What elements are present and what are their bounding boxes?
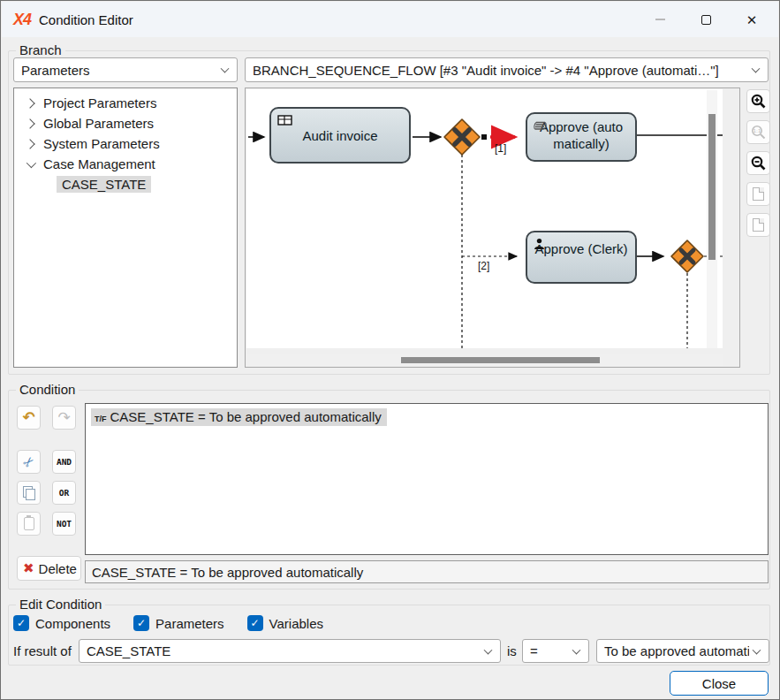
branch-flow-value: BRANCH_SEQUENCE_FLOW [#3 "Audit invoice"… [253, 63, 719, 78]
cut-button[interactable]: ✂ [17, 450, 41, 474]
operator-select[interactable]: = [522, 639, 589, 663]
chevron-down-icon [572, 645, 581, 654]
task-approve-automatically[interactable]: Approve (automatically) [526, 112, 637, 162]
delete-icon: ✖ [23, 560, 34, 576]
tree-item-project-parameters[interactable]: Project Parameters [14, 93, 237, 113]
chevron-down-icon [752, 65, 761, 73]
branch-group-label: Branch [16, 42, 65, 57]
diagram-vertical-scrollbar[interactable] [707, 90, 717, 348]
condition-expression-row[interactable]: T/FCASE_STATE = To be approved automatic… [91, 408, 387, 426]
checkbox-parameters[interactable]: ✓ Parameters [133, 615, 224, 631]
branch-type-select[interactable]: Parameters [13, 57, 238, 82]
fit-to-width-button[interactable] [746, 213, 770, 237]
window-title: Condition Editor [39, 12, 133, 27]
zoom-1-1-icon: 1:1 [751, 125, 766, 140]
chevron-right-icon [25, 139, 34, 148]
tree-item-global-parameters[interactable]: Global Parameters [14, 113, 237, 133]
value-select-text: To be approved automati [604, 643, 749, 658]
chevron-down-icon [221, 65, 230, 73]
delete-button[interactable]: ✖ Delete [17, 556, 81, 581]
close-button[interactable]: Close [670, 671, 769, 696]
gateway-xor-1 [444, 119, 480, 155]
tree-item-label: Global Parameters [43, 116, 154, 131]
or-button[interactable]: OR [52, 481, 76, 505]
diagram-horizontal-scrollbar[interactable] [246, 354, 723, 366]
checkbox-label: Variables [269, 616, 323, 631]
x4-logo-icon: X4 [13, 11, 31, 29]
tree-item-system-parameters[interactable]: System Parameters [14, 133, 237, 154]
condition-preview-field: CASE_STATE = To be approved automaticall… [85, 560, 769, 583]
operand-value: CASE_STATE [87, 643, 170, 658]
branch-flow-select[interactable]: BRANCH_SEQUENCE_FLOW [#3 "Audit invoice"… [245, 57, 769, 82]
titlebar: X4 Condition Editor ✕ [2, 2, 778, 37]
fit-to-page-button[interactable] [746, 182, 770, 206]
tree-item-case-state[interactable]: CASE_STATE [14, 174, 237, 194]
chevron-right-icon [25, 118, 34, 128]
checkbox-variables[interactable]: ✓ Variables [247, 615, 323, 631]
close-window-button[interactable]: ✕ [729, 2, 775, 37]
maximize-icon [701, 15, 711, 25]
undo-icon: ↶ [22, 410, 34, 425]
zoom-out-button[interactable] [746, 151, 770, 175]
is-label: is [507, 643, 517, 658]
task-label: Approve (automatically) [537, 114, 625, 152]
task-audit-invoice[interactable]: Audit invoice [269, 107, 411, 164]
page-icon [753, 187, 764, 201]
zoom-in-button[interactable] [746, 89, 770, 113]
edge-label-1: [1] [495, 142, 506, 155]
close-icon: ✕ [746, 13, 758, 27]
tree-item-label: Project Parameters [43, 95, 156, 110]
or-label: OR [59, 488, 69, 498]
value-select[interactable]: To be approved automati [596, 639, 769, 663]
redo-icon: ↷ [57, 410, 70, 425]
paste-icon [24, 517, 34, 530]
parameter-tree: Project Parameters Global Parameters Sys… [13, 88, 238, 368]
copy-button[interactable] [17, 481, 41, 505]
zoom-out-icon [751, 156, 766, 171]
tree-item-label: System Parameters [43, 136, 160, 151]
not-button[interactable]: NOT [52, 512, 76, 536]
checkbox-label: Parameters [155, 616, 224, 631]
tree-item-label: Case Management [43, 156, 155, 171]
edit-condition-group-label: Edit Condition [16, 597, 105, 612]
and-button[interactable]: AND [52, 450, 76, 474]
checkbox-label: Components [35, 616, 110, 631]
edge-label-2: [2] [478, 260, 489, 272]
gateway-xor-2 [671, 240, 703, 272]
operator-value: = [530, 643, 538, 658]
checkbox-checked-icon: ✓ [247, 615, 263, 631]
delete-label: Delete [39, 561, 77, 576]
page-icon [753, 218, 764, 232]
scrollbar-thumb[interactable] [401, 357, 600, 363]
script-icon [534, 118, 547, 133]
process-diagram-panel: Audit invoice Approve (automatically) Ap… [245, 88, 740, 368]
paste-button[interactable] [17, 512, 41, 536]
zoom-in-icon [751, 94, 766, 109]
if-result-of-label: If result of [13, 643, 72, 658]
operand-select[interactable]: CASE_STATE [79, 639, 501, 663]
condition-preview-text: CASE_STATE = To be approved automaticall… [92, 565, 363, 580]
checkbox-checked-icon: ✓ [133, 615, 149, 631]
checkbox-checked-icon: ✓ [13, 615, 29, 631]
condition-editor-window: X4 Condition Editor ✕ Branch Parameters … [0, 0, 780, 700]
checkbox-components[interactable]: ✓ Components [13, 615, 110, 631]
redo-button[interactable]: ↷ [52, 406, 76, 430]
person-icon [534, 237, 545, 252]
scrollbar-thumb[interactable] [708, 114, 716, 260]
table-icon [277, 113, 292, 128]
true-false-icon: T/F [95, 415, 107, 423]
chevron-down-icon [753, 645, 761, 654]
condition-expression-list[interactable]: T/FCASE_STATE = To be approved automatic… [85, 403, 769, 555]
condition-group-label: Condition [16, 382, 79, 397]
maximize-button[interactable] [683, 2, 729, 37]
svg-text:1:1: 1:1 [753, 128, 761, 133]
tree-item-case-management[interactable]: Case Management [14, 154, 237, 174]
task-approve-clerk[interactable]: Approve (Clerk) [526, 231, 637, 284]
diagram-canvas[interactable]: Audit invoice Approve (automatically) Ap… [246, 89, 723, 348]
chevron-down-icon [484, 645, 493, 654]
zoom-actual-size-button[interactable]: 1:1 [746, 120, 770, 144]
not-label: NOT [57, 519, 72, 529]
undo-button[interactable]: ↶ [17, 406, 41, 430]
minimize-icon [655, 19, 665, 20]
minimize-button[interactable] [637, 2, 683, 37]
